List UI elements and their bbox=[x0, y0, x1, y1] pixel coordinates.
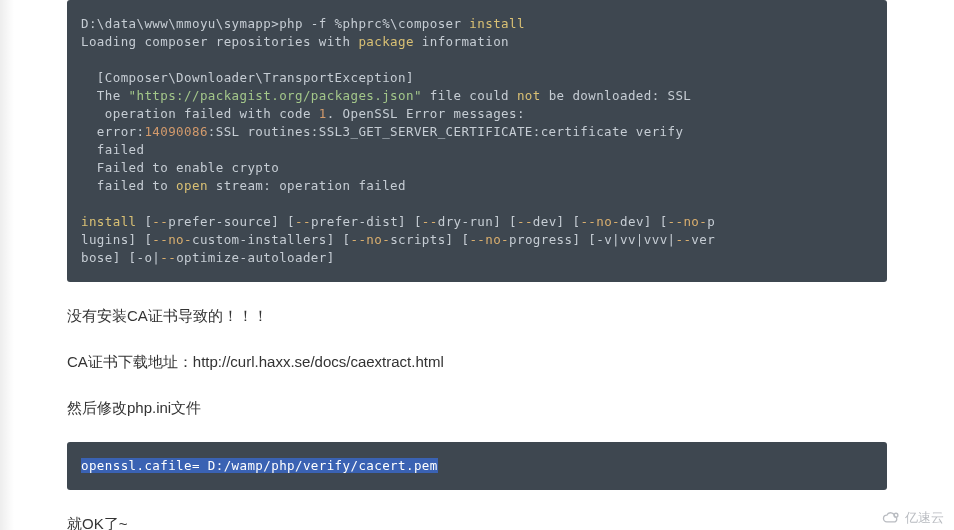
paragraph-ca-download-url: CA证书下载地址：http://curl.haxx.se/docs/caextr… bbox=[67, 350, 887, 374]
code-line: [Composer\Downloader\TransportException] bbox=[81, 70, 414, 85]
code-number: 1 bbox=[319, 106, 327, 121]
code-flag: --no- bbox=[668, 214, 708, 229]
code-keyword: not bbox=[517, 88, 541, 103]
code-line: :SSL routines:SSL3_GET_SERVER_CERTIFICAT… bbox=[208, 124, 684, 139]
code-line: be downloaded: SSL bbox=[541, 88, 692, 103]
code-flag: --no- bbox=[351, 232, 391, 247]
code-flag: --no- bbox=[469, 232, 509, 247]
code-flag: -- bbox=[422, 214, 438, 229]
code-keyword: open bbox=[176, 178, 208, 193]
paragraph-modify-phpini: 然后修改php.ini文件 bbox=[67, 396, 887, 420]
code-number: 14090086 bbox=[144, 124, 207, 139]
code-line: prefer-dist] [ bbox=[311, 214, 422, 229]
code-line: progress] [-v|vv|vvv| bbox=[509, 232, 675, 247]
code-line: dry-run] [ bbox=[438, 214, 517, 229]
code-line-selected: openssl.cafile= D:/wamp/php/verify/cacer… bbox=[81, 458, 438, 473]
code-flag: -- bbox=[676, 232, 692, 247]
code-line: optimize-autoloader] bbox=[176, 250, 335, 265]
code-line: p bbox=[707, 214, 715, 229]
code-line: failed bbox=[81, 142, 144, 157]
code-line: Failed to enable crypto bbox=[81, 160, 279, 175]
code-block-openssl-config[interactable]: openssl.cafile= D:/wamp/php/verify/cacer… bbox=[67, 442, 887, 490]
code-flag: -- bbox=[160, 250, 176, 265]
cloud-icon bbox=[881, 511, 901, 525]
code-line: error: bbox=[81, 124, 144, 139]
paragraph-ca-cert-missing: 没有安装CA证书导致的！！！ bbox=[67, 304, 887, 328]
code-line: custom-installers] [ bbox=[192, 232, 351, 247]
code-block-composer-error[interactable]: D:\data\www\mmoyu\symapp>php -f %phprc%\… bbox=[67, 0, 887, 282]
code-line: lugins] [ bbox=[81, 232, 152, 247]
code-flag: -- bbox=[517, 214, 533, 229]
code-line: operation failed with code bbox=[81, 106, 319, 121]
code-flag: -- bbox=[295, 214, 311, 229]
code-line: dev] [ bbox=[620, 214, 668, 229]
code-keyword: package bbox=[358, 34, 413, 49]
watermark: 亿速云 bbox=[881, 509, 944, 527]
code-line: dev] [ bbox=[533, 214, 581, 229]
code-flag: --no- bbox=[580, 214, 620, 229]
code-line: information bbox=[414, 34, 509, 49]
watermark-text: 亿速云 bbox=[905, 509, 944, 527]
code-line: D:\data\www\mmoyu\symapp>php -f %phprc%\… bbox=[81, 16, 469, 31]
code-keyword: install bbox=[469, 16, 524, 31]
code-line: scripts] [ bbox=[390, 232, 469, 247]
code-line: file could bbox=[422, 88, 517, 103]
code-line: failed to bbox=[81, 178, 176, 193]
code-line: . OpenSSL Error messages: bbox=[327, 106, 525, 121]
svg-point-0 bbox=[894, 513, 898, 517]
code-line: The bbox=[81, 88, 129, 103]
code-line: Loading composer repositories with bbox=[81, 34, 358, 49]
paragraph-ok: 就OK了~ bbox=[67, 512, 887, 530]
code-line: ver bbox=[691, 232, 715, 247]
code-flag: -- bbox=[152, 214, 168, 229]
code-flag: --no- bbox=[152, 232, 192, 247]
code-string: "https://packagist.org/packages.json" bbox=[129, 88, 422, 103]
code-line: stream: operation failed bbox=[208, 178, 406, 193]
code-line: [ bbox=[136, 214, 152, 229]
code-keyword: install bbox=[81, 214, 136, 229]
code-line: bose] [-o| bbox=[81, 250, 160, 265]
code-line: prefer-source] [ bbox=[168, 214, 295, 229]
